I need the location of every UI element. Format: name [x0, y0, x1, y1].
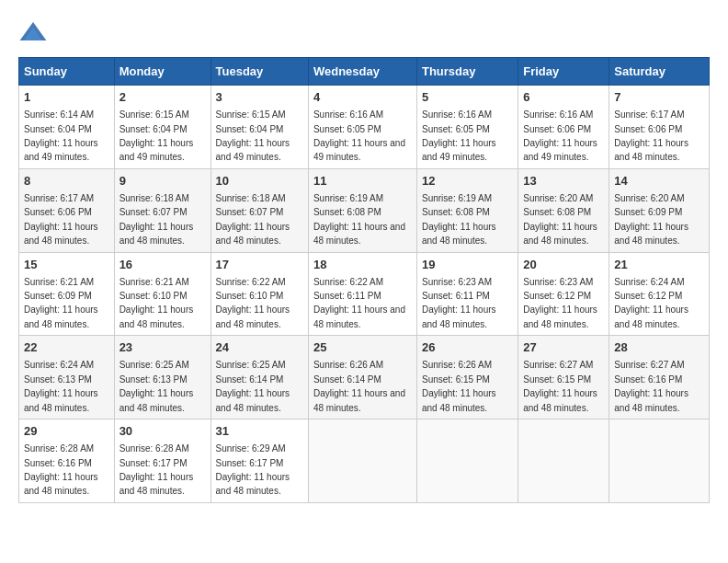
day-number: 5: [422, 89, 513, 106]
day-number: 10: [216, 173, 303, 190]
day-number: 3: [216, 89, 303, 106]
calendar-day-cell: 19 Sunrise: 6:23 AMSunset: 6:11 PMDaylig…: [416, 252, 518, 336]
calendar-week-row: 1 Sunrise: 6:14 AMSunset: 6:04 PMDayligh…: [19, 86, 710, 169]
day-number: 21: [614, 257, 704, 273]
day-number: 27: [523, 339, 604, 356]
weekday-header: Thursday: [416, 58, 518, 86]
calendar-day-cell: 15 Sunrise: 6:21 AMSunset: 6:09 PMDaylig…: [19, 252, 115, 336]
calendar-day-cell: [609, 419, 710, 503]
day-info: Sunrise: 6:24 AMSunset: 6:12 PMDaylight:…: [614, 277, 688, 329]
day-info: Sunrise: 6:16 AMSunset: 6:05 PMDaylight:…: [313, 109, 405, 162]
day-info: Sunrise: 6:23 AMSunset: 6:11 PMDaylight:…: [422, 277, 496, 329]
day-number: 20: [523, 257, 604, 273]
calendar-day-cell: 26 Sunrise: 6:26 AMSunset: 6:15 PMDaylig…: [416, 336, 518, 419]
calendar-day-cell: 3 Sunrise: 6:15 AMSunset: 6:04 PMDayligh…: [210, 86, 308, 169]
calendar-day-cell: 28 Sunrise: 6:27 AMSunset: 6:16 PMDaylig…: [609, 336, 710, 419]
calendar-day-cell: 20 Sunrise: 6:23 AMSunset: 6:12 PMDaylig…: [518, 252, 609, 336]
day-info: Sunrise: 6:14 AMSunset: 6:04 PMDaylight:…: [24, 109, 98, 162]
day-info: Sunrise: 6:16 AMSunset: 6:05 PMDaylight:…: [422, 109, 496, 162]
calendar-day-cell: 30 Sunrise: 6:28 AMSunset: 6:17 PMDaylig…: [114, 419, 210, 503]
day-number: 8: [24, 173, 109, 190]
calendar-day-cell: 4 Sunrise: 6:16 AMSunset: 6:05 PMDayligh…: [308, 86, 416, 169]
calendar-day-cell: 31 Sunrise: 6:29 AMSunset: 6:17 PMDaylig…: [210, 419, 308, 503]
day-info: Sunrise: 6:22 AMSunset: 6:11 PMDaylight:…: [313, 277, 405, 329]
calendar-day-cell: 6 Sunrise: 6:16 AMSunset: 6:06 PMDayligh…: [518, 86, 609, 169]
day-number: 28: [614, 339, 704, 356]
calendar-header: SundayMondayTuesdayWednesdayThursdayFrid…: [19, 58, 710, 86]
day-number: 1: [24, 89, 109, 106]
calendar-table: SundayMondayTuesdayWednesdayThursdayFrid…: [18, 57, 710, 503]
calendar-day-cell: 22 Sunrise: 6:24 AMSunset: 6:13 PMDaylig…: [19, 336, 115, 419]
day-info: Sunrise: 6:27 AMSunset: 6:16 PMDaylight:…: [614, 360, 688, 412]
logo-icon: [18, 18, 48, 48]
calendar-day-cell: 16 Sunrise: 6:21 AMSunset: 6:10 PMDaylig…: [114, 252, 210, 336]
calendar-day-cell: 24 Sunrise: 6:25 AMSunset: 6:14 PMDaylig…: [210, 336, 308, 419]
day-number: 15: [24, 257, 109, 273]
calendar-day-cell: 21 Sunrise: 6:24 AMSunset: 6:12 PMDaylig…: [609, 252, 710, 336]
calendar-day-cell: 1 Sunrise: 6:14 AMSunset: 6:04 PMDayligh…: [19, 86, 115, 169]
day-number: 22: [24, 339, 109, 356]
day-info: Sunrise: 6:28 AMSunset: 6:16 PMDaylight:…: [24, 443, 98, 496]
day-number: 31: [216, 423, 303, 440]
day-number: 7: [614, 89, 704, 106]
calendar-body: 1 Sunrise: 6:14 AMSunset: 6:04 PMDayligh…: [19, 86, 710, 503]
weekday-header: Saturday: [609, 58, 710, 86]
calendar-day-cell: [416, 419, 518, 503]
day-info: Sunrise: 6:18 AMSunset: 6:07 PMDaylight:…: [119, 193, 194, 246]
day-info: Sunrise: 6:17 AMSunset: 6:06 PMDaylight:…: [24, 193, 98, 246]
day-info: Sunrise: 6:22 AMSunset: 6:10 PMDaylight:…: [216, 277, 290, 329]
day-number: 26: [422, 339, 513, 356]
calendar-day-cell: 13 Sunrise: 6:20 AMSunset: 6:08 PMDaylig…: [518, 168, 609, 252]
day-number: 13: [523, 173, 604, 190]
day-info: Sunrise: 6:26 AMSunset: 6:15 PMDaylight:…: [422, 360, 496, 412]
calendar-day-cell: 8 Sunrise: 6:17 AMSunset: 6:06 PMDayligh…: [19, 168, 115, 252]
calendar-day-cell: 17 Sunrise: 6:22 AMSunset: 6:10 PMDaylig…: [210, 252, 308, 336]
weekday-header: Sunday: [19, 58, 115, 86]
day-number: 9: [119, 173, 206, 190]
calendar-day-cell: 12 Sunrise: 6:19 AMSunset: 6:08 PMDaylig…: [416, 168, 518, 252]
day-number: 19: [422, 257, 513, 273]
calendar-day-cell: 18 Sunrise: 6:22 AMSunset: 6:11 PMDaylig…: [308, 252, 416, 336]
calendar-day-cell: 25 Sunrise: 6:26 AMSunset: 6:14 PMDaylig…: [308, 336, 416, 419]
calendar-day-cell: 14 Sunrise: 6:20 AMSunset: 6:09 PMDaylig…: [609, 168, 710, 252]
day-info: Sunrise: 6:23 AMSunset: 6:12 PMDaylight:…: [523, 277, 597, 329]
day-info: Sunrise: 6:15 AMSunset: 6:04 PMDaylight:…: [216, 109, 290, 162]
day-info: Sunrise: 6:28 AMSunset: 6:17 PMDaylight:…: [119, 443, 194, 496]
day-number: 6: [523, 89, 604, 106]
calendar-day-cell: 27 Sunrise: 6:27 AMSunset: 6:15 PMDaylig…: [518, 336, 609, 419]
day-number: 29: [24, 423, 109, 440]
calendar-day-cell: 10 Sunrise: 6:18 AMSunset: 6:07 PMDaylig…: [210, 168, 308, 252]
day-info: Sunrise: 6:25 AMSunset: 6:13 PMDaylight:…: [119, 360, 194, 412]
calendar-week-row: 15 Sunrise: 6:21 AMSunset: 6:09 PMDaylig…: [19, 252, 710, 336]
header-row: SundayMondayTuesdayWednesdayThursdayFrid…: [19, 58, 710, 86]
weekday-header: Wednesday: [308, 58, 416, 86]
day-number: 11: [313, 173, 412, 190]
calendar-day-cell: 9 Sunrise: 6:18 AMSunset: 6:07 PMDayligh…: [114, 168, 210, 252]
calendar-day-cell: [518, 419, 609, 503]
calendar-week-row: 8 Sunrise: 6:17 AMSunset: 6:06 PMDayligh…: [19, 168, 710, 252]
weekday-header: Tuesday: [210, 58, 308, 86]
weekday-header: Friday: [518, 58, 609, 86]
day-info: Sunrise: 6:25 AMSunset: 6:14 PMDaylight:…: [216, 360, 290, 412]
day-info: Sunrise: 6:20 AMSunset: 6:08 PMDaylight:…: [523, 193, 597, 246]
day-number: 23: [119, 339, 206, 356]
day-info: Sunrise: 6:18 AMSunset: 6:07 PMDaylight:…: [216, 193, 290, 246]
day-info: Sunrise: 6:15 AMSunset: 6:04 PMDaylight:…: [119, 109, 194, 162]
day-info: Sunrise: 6:21 AMSunset: 6:10 PMDaylight:…: [119, 277, 194, 329]
day-number: 14: [614, 173, 704, 190]
day-info: Sunrise: 6:27 AMSunset: 6:15 PMDaylight:…: [523, 360, 597, 412]
day-number: 30: [119, 423, 206, 440]
calendar-day-cell: 2 Sunrise: 6:15 AMSunset: 6:04 PMDayligh…: [114, 86, 210, 169]
day-info: Sunrise: 6:20 AMSunset: 6:09 PMDaylight:…: [614, 193, 688, 246]
day-number: 24: [216, 339, 303, 356]
calendar-week-row: 29 Sunrise: 6:28 AMSunset: 6:16 PMDaylig…: [19, 419, 710, 503]
day-number: 16: [119, 257, 206, 273]
page-header: [18, 18, 710, 48]
calendar-day-cell: 11 Sunrise: 6:19 AMSunset: 6:08 PMDaylig…: [308, 168, 416, 252]
calendar-day-cell: 23 Sunrise: 6:25 AMSunset: 6:13 PMDaylig…: [114, 336, 210, 419]
day-number: 17: [216, 257, 303, 273]
calendar-day-cell: [308, 419, 416, 503]
day-number: 25: [313, 339, 412, 356]
weekday-header: Monday: [114, 58, 210, 86]
day-info: Sunrise: 6:19 AMSunset: 6:08 PMDaylight:…: [422, 193, 496, 246]
